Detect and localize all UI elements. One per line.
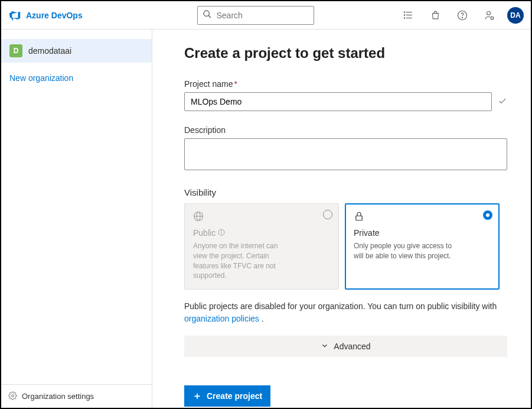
user-settings-icon[interactable] [478, 4, 501, 27]
radio-checked-icon [483, 210, 492, 220]
organization-settings-link[interactable]: Organization settings [1, 384, 152, 408]
visibility-public-title: Public [193, 228, 216, 238]
advanced-toggle[interactable]: Advanced [184, 336, 507, 357]
chevron-down-icon [321, 342, 329, 352]
description-input[interactable] [184, 138, 507, 170]
main-content: Create a project to get started Project … [152, 30, 531, 408]
advanced-label: Advanced [334, 342, 370, 351]
page-title: Create a project to get started [184, 45, 507, 61]
organization-settings-label: Organization settings [22, 392, 94, 401]
visibility-label: Visibility [184, 187, 507, 197]
description-label: Description [184, 125, 507, 135]
svg-point-7 [404, 18, 404, 18]
radio-unchecked-icon [323, 210, 332, 219]
globe-icon [193, 211, 330, 223]
list-icon[interactable] [396, 4, 420, 27]
visibility-public-desc: Anyone on the internet can view the proj… [193, 241, 293, 281]
visibility-private-title: Private [354, 228, 491, 238]
plus-icon: ＋ [192, 391, 202, 401]
marketplace-icon[interactable] [423, 4, 447, 27]
azure-devops-icon [8, 9, 21, 22]
project-name-input[interactable] [184, 92, 492, 111]
create-project-button[interactable]: ＋ Create project [184, 385, 270, 407]
help-icon[interactable] [451, 4, 474, 27]
svg-point-9 [462, 17, 462, 18]
sidebar: D demodataai New organization Organizati… [1, 30, 152, 408]
sidebar-org-row[interactable]: D demodataai [1, 39, 152, 63]
project-name-label: Project name* [184, 79, 507, 89]
org-name: demodataai [28, 46, 71, 56]
svg-line-1 [208, 15, 211, 18]
svg-point-18 [221, 231, 222, 231]
svg-point-6 [404, 15, 404, 15]
new-organization-link[interactable]: New organization [1, 63, 152, 93]
search-input[interactable] [217, 11, 320, 20]
svg-point-0 [204, 11, 209, 16]
svg-rect-19 [356, 216, 363, 220]
org-badge: D [9, 44, 22, 57]
check-icon [498, 96, 507, 108]
visibility-private-desc: Only people you give access to will be a… [354, 241, 454, 261]
visibility-public-card: Public Anyone on the internet can view t… [184, 203, 339, 290]
product-logo[interactable]: Azure DevOps [8, 9, 120, 22]
svg-point-12 [12, 394, 14, 397]
lock-icon [354, 211, 491, 223]
search-icon [203, 9, 212, 21]
gear-icon [8, 391, 17, 402]
visibility-note: Public projects are disabled for your or… [184, 300, 507, 325]
info-icon [218, 228, 225, 238]
svg-point-10 [487, 11, 491, 15]
create-project-label: Create project [207, 391, 262, 401]
visibility-private-card[interactable]: Private Only people you give access to w… [345, 203, 500, 290]
product-name: Azure DevOps [26, 11, 83, 20]
avatar[interactable]: DA [507, 7, 524, 24]
svg-point-5 [404, 12, 404, 12]
search-box[interactable] [197, 6, 314, 25]
organization-policies-link[interactable]: organization policies [184, 314, 259, 323]
